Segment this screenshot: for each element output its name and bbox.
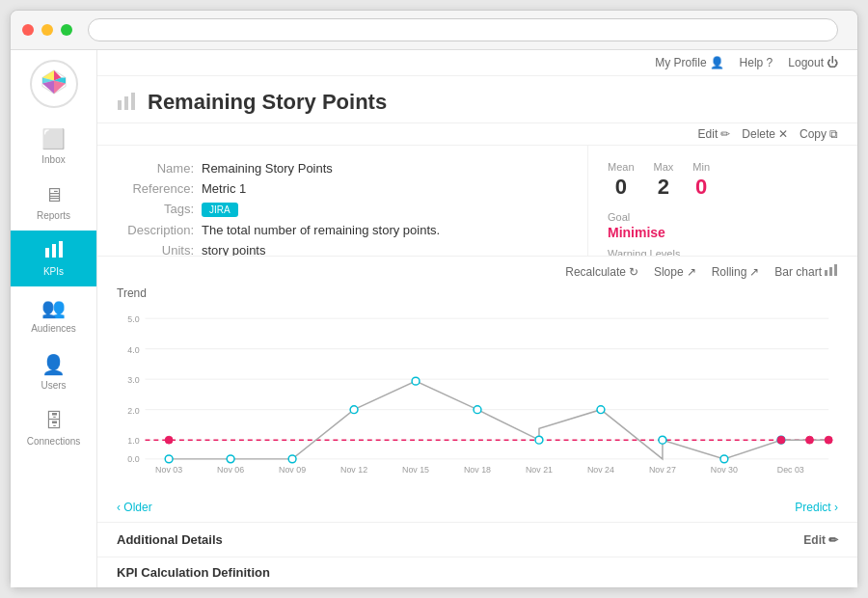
logout-icon: ⏻ xyxy=(827,56,838,69)
svg-text:Nov 18: Nov 18 xyxy=(464,465,491,475)
svg-text:Dec 03: Dec 03 xyxy=(777,465,804,475)
help-link[interactable]: Help ? xyxy=(740,56,773,69)
profile-icon: 👤 xyxy=(710,56,724,69)
browser-toolbar xyxy=(11,11,857,50)
sidebar: ⬜ Inbox 🖥 Reports KPIs 👥 Audiences 👤 Use… xyxy=(11,50,97,587)
mean-label: Mean xyxy=(608,161,635,173)
address-bar[interactable] xyxy=(88,18,838,41)
chart-wrapper: 5.0 4.0 3.0 2.0 1.0 0.0 xyxy=(117,304,838,497)
delete-button[interactable]: Delete ✕ xyxy=(742,127,788,141)
svg-point-37 xyxy=(659,436,666,444)
svg-text:2.0: 2.0 xyxy=(127,406,139,416)
audiences-icon: 👥 xyxy=(41,296,66,319)
units-label: Units: xyxy=(117,243,194,256)
stat-mean: Mean 0 xyxy=(608,161,635,200)
svg-point-38 xyxy=(720,455,728,463)
slope-button[interactable]: Slope ↗ xyxy=(654,265,696,279)
slope-icon: ↗ xyxy=(687,265,696,279)
svg-text:Nov 03: Nov 03 xyxy=(155,465,182,475)
trend-chart: 5.0 4.0 3.0 2.0 1.0 0.0 xyxy=(117,304,838,477)
svg-rect-15 xyxy=(834,264,837,276)
svg-point-40 xyxy=(165,436,173,444)
sidebar-item-kpis[interactable]: KPIs xyxy=(11,231,96,286)
delete-icon: ✕ xyxy=(778,127,788,141)
trend-label: Trend xyxy=(117,286,838,300)
additional-details-edit[interactable]: Edit ✏ xyxy=(803,533,838,547)
svg-rect-11 xyxy=(124,96,128,110)
browser-maximize-dot[interactable] xyxy=(61,24,72,36)
goal-value: Minimise xyxy=(608,225,838,240)
goal-label: Goal xyxy=(608,211,838,223)
warning-label: Warning Levels xyxy=(608,248,838,256)
app-logo xyxy=(30,60,78,108)
copy-button[interactable]: Copy ⧉ xyxy=(800,127,838,141)
my-profile-link[interactable]: My Profile 👤 xyxy=(655,56,723,69)
main-content: My Profile 👤 Help ? Logout ⏻ Remaining S… xyxy=(97,50,857,587)
description-value: The total number of remaining story poin… xyxy=(202,223,568,237)
chart-nav: ‹ Older Predict › xyxy=(117,501,838,514)
mean-value: 0 xyxy=(608,175,635,200)
users-icon: 👤 xyxy=(41,353,66,376)
sidebar-inbox-label: Inbox xyxy=(41,154,65,165)
svg-rect-14 xyxy=(829,267,832,276)
bar-chart-icon xyxy=(825,264,838,279)
svg-point-30 xyxy=(227,455,234,463)
recalculate-icon: ↻ xyxy=(629,265,638,279)
kpi-calc-section: KPI Calculation Definition xyxy=(97,557,857,587)
sidebar-connections-label: Connections xyxy=(27,436,81,447)
svg-text:4.0: 4.0 xyxy=(127,345,139,355)
svg-text:Nov 09: Nov 09 xyxy=(279,465,306,475)
goal-row: Goal Minimise xyxy=(608,211,838,240)
stat-max: Max 2 xyxy=(654,161,674,200)
svg-point-32 xyxy=(350,406,358,414)
additional-details-section: Additional Details Edit ✏ xyxy=(97,522,857,557)
sidebar-item-audiences[interactable]: 👥 Audiences xyxy=(11,286,96,343)
svg-text:Nov 21: Nov 21 xyxy=(526,465,553,475)
sidebar-item-users[interactable]: 👤 Users xyxy=(11,343,96,400)
max-value: 2 xyxy=(654,175,674,200)
gem-icon xyxy=(40,68,68,100)
kpi-calc-label: KPI Calculation Definition xyxy=(117,565,270,580)
rolling-button[interactable]: Rolling ↗ xyxy=(712,265,760,279)
svg-point-42 xyxy=(806,436,814,444)
kpis-icon xyxy=(43,240,65,262)
action-bar: Edit ✏ Delete ✕ Copy ⧉ xyxy=(97,123,857,146)
svg-point-33 xyxy=(412,377,420,385)
sidebar-item-connections[interactable]: 🗄 Connections xyxy=(11,400,96,456)
sidebar-item-reports[interactable]: 🖥 Reports xyxy=(11,175,96,231)
details-panel: Name: Remaining Story Points Reference: … xyxy=(97,146,587,256)
svg-text:Nov 27: Nov 27 xyxy=(649,465,676,475)
sidebar-reports-label: Reports xyxy=(37,210,70,221)
svg-rect-13 xyxy=(825,270,827,276)
min-value: 0 xyxy=(692,175,710,200)
tags-label: Tags: xyxy=(117,202,194,217)
logout-link[interactable]: Logout ⏻ xyxy=(788,56,838,69)
sidebar-users-label: Users xyxy=(41,380,66,391)
page-header: Remaining Story Points xyxy=(97,76,857,123)
stats-row-main: Mean 0 Max 2 Min 0 xyxy=(608,161,838,200)
svg-point-34 xyxy=(474,406,481,414)
tags-value: JIRA xyxy=(202,202,568,217)
reference-value: Metric 1 xyxy=(202,181,568,196)
description-label: Description: xyxy=(117,223,194,237)
svg-text:Nov 06: Nov 06 xyxy=(217,465,244,475)
sidebar-audiences-label: Audiences xyxy=(31,323,76,334)
recalculate-button[interactable]: Recalculate ↻ xyxy=(565,265,638,279)
reference-label: Reference: xyxy=(117,181,194,196)
name-value: Remaining Story Points xyxy=(202,161,568,176)
svg-text:5.0: 5.0 xyxy=(127,314,139,324)
svg-point-41 xyxy=(777,436,785,444)
bar-chart-button[interactable]: Bar chart xyxy=(774,264,838,279)
chart-section: Recalculate ↻ Slope ↗ Rolling ↗ Bar char… xyxy=(97,256,857,522)
browser-minimize-dot[interactable] xyxy=(41,24,53,36)
warning-section: Warning Levels < 4 story points < 5 stor… xyxy=(608,248,838,256)
units-value: story points xyxy=(202,243,568,256)
page-chart-icon xyxy=(117,91,138,115)
chart-controls: Recalculate ↻ Slope ↗ Rolling ↗ Bar char… xyxy=(117,264,838,279)
sidebar-item-inbox[interactable]: ⬜ Inbox xyxy=(11,118,96,175)
predict-button[interactable]: Predict › xyxy=(795,501,838,514)
svg-text:1.0: 1.0 xyxy=(127,436,139,446)
edit-button[interactable]: Edit ✏ xyxy=(698,127,731,141)
older-button[interactable]: ‹ Older xyxy=(117,501,152,514)
browser-close-dot[interactable] xyxy=(22,24,34,36)
